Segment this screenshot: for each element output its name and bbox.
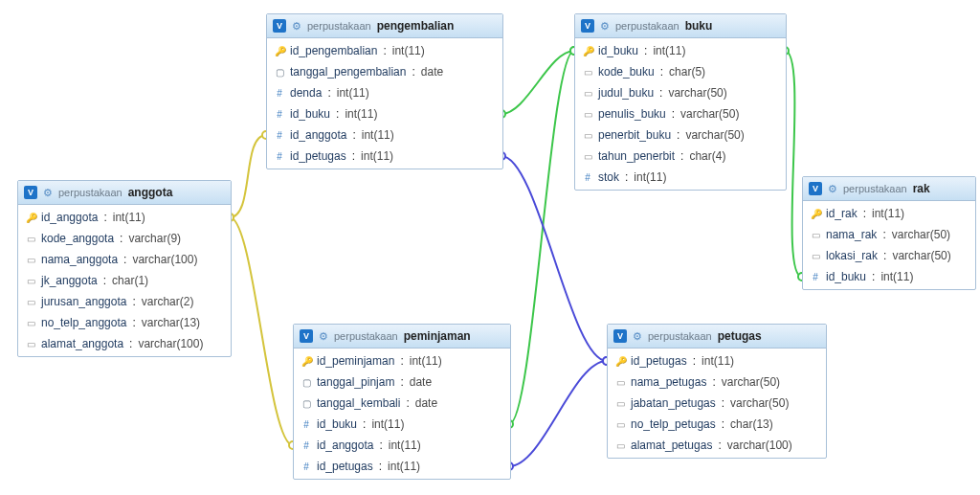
gear-icon[interactable]: ⚙ — [292, 21, 301, 32]
column-row[interactable]: ▢tanggal_pengembalian : date — [267, 61, 502, 82]
relation-line — [230, 217, 293, 445]
table-peminjaman[interactable]: V⚙perpustakaanpeminjaman🔑id_peminjaman :… — [293, 324, 511, 480]
text-icon: ▭ — [615, 377, 625, 388]
column-type: varchar(50) — [892, 228, 950, 241]
column-row[interactable]: ▭penerbit_buku : varchar(50) — [575, 124, 786, 146]
column-name: nama_rak — [826, 228, 877, 241]
column-row[interactable]: ▭jurusan_anggota : varchar(2) — [18, 291, 231, 312]
column-row[interactable]: #denda : int(11) — [267, 82, 502, 103]
column-row[interactable]: ▢tanggal_pinjam : date — [294, 371, 510, 393]
column-row[interactable]: 🔑id_petugas : int(11) — [608, 350, 826, 371]
column-row[interactable]: ▭kode_buku : char(5) — [575, 61, 786, 82]
column-name: id_buku — [290, 107, 330, 121]
column-row[interactable]: #id_anggota : int(11) — [267, 124, 502, 146]
text-icon: ▭ — [26, 255, 35, 265]
column-row[interactable]: ▭alamat_petugas : varchar(100) — [608, 435, 826, 456]
visibility-icon[interactable]: V — [809, 182, 822, 195]
column-type: int(11) — [337, 86, 369, 100]
table-header[interactable]: V⚙perpustakaananggota — [18, 181, 231, 205]
table-petugas[interactable]: V⚙perpustakaanpetugas🔑id_petugas : int(1… — [607, 324, 827, 459]
column-row[interactable]: #id_buku : int(11) — [267, 103, 502, 124]
table-header[interactable]: V⚙perpustakaanpeminjaman — [294, 325, 510, 349]
column-type: varchar(9) — [128, 232, 181, 245]
column-type: date — [410, 375, 432, 389]
column-row[interactable]: #id_petugas : int(11) — [294, 456, 510, 477]
column-row[interactable]: ▭no_telp_anggota : varchar(13) — [18, 312, 231, 333]
column-type: varchar(50) — [668, 86, 726, 100]
column-row[interactable]: ▭jk_anggota : char(1) — [18, 270, 231, 291]
column-row[interactable]: ▭penulis_buku : varchar(50) — [575, 103, 786, 124]
text-icon: ▭ — [26, 297, 35, 307]
date-icon: ▢ — [301, 377, 311, 388]
column-row[interactable]: 🔑id_pengembalian : int(11) — [267, 40, 502, 61]
column-row[interactable]: ▭nama_anggota : varchar(100) — [18, 249, 231, 270]
column-type: date — [415, 396, 437, 410]
key-icon: 🔑 — [615, 356, 625, 367]
column-row[interactable]: ▭alamat_anggota : varchar(100) — [18, 333, 231, 354]
column-name: id_buku — [826, 270, 866, 283]
column-row[interactable]: 🔑id_rak : int(11) — [803, 203, 975, 224]
column-row[interactable]: #id_buku : int(11) — [803, 266, 975, 287]
column-type: date — [421, 65, 443, 79]
column-row[interactable]: ▢tanggal_kembali : date — [294, 393, 510, 414]
column-type: int(11) — [388, 460, 420, 473]
visibility-icon[interactable]: V — [273, 19, 286, 33]
column-row[interactable]: ▭no_telp_petugas : char(13) — [608, 414, 826, 435]
column-row[interactable]: ▭jabatan_petugas : varchar(50) — [608, 393, 826, 414]
column-type: int(11) — [880, 270, 913, 283]
table-anggota[interactable]: V⚙perpustakaananggota🔑id_anggota : int(1… — [17, 180, 232, 357]
column-type: varchar(50) — [685, 128, 744, 142]
column-name: id_anggota — [290, 128, 346, 142]
gear-icon[interactable]: ⚙ — [43, 188, 53, 198]
column-row[interactable]: 🔑id_peminjaman : int(11) — [294, 350, 510, 371]
table-pengembalian[interactable]: V⚙perpustakaanpengembalian🔑id_pengembali… — [266, 13, 503, 169]
table-header[interactable]: V⚙perpustakaanbuku — [575, 14, 786, 38]
column-name: id_rak — [826, 207, 858, 220]
column-row[interactable]: 🔑id_buku : int(11) — [575, 40, 786, 61]
column-type: int(11) — [389, 439, 421, 452]
gear-icon[interactable]: ⚙ — [633, 331, 642, 342]
text-icon: ▭ — [615, 440, 625, 451]
column-row[interactable]: #id_petugas : int(11) — [267, 146, 502, 167]
column-row[interactable]: ▭nama_rak : varchar(50) — [803, 224, 975, 245]
table-name: buku — [685, 19, 713, 33]
gear-icon[interactable]: ⚙ — [600, 21, 610, 32]
table-name: petugas — [718, 329, 762, 343]
key-icon: 🔑 — [26, 213, 35, 223]
column-name: nama_petugas — [631, 375, 706, 389]
column-row[interactable]: #id_anggota : int(11) — [294, 435, 510, 456]
visibility-icon[interactable]: V — [613, 329, 627, 343]
text-icon: ▭ — [615, 398, 625, 409]
text-icon: ▭ — [26, 234, 35, 244]
table-rak[interactable]: V⚙perpustakaanrak🔑id_rak : int(11)▭nama_… — [802, 176, 976, 290]
column-name: id_petugas — [631, 354, 687, 368]
column-row[interactable]: ▭nama_petugas : varchar(50) — [608, 371, 826, 393]
visibility-icon[interactable]: V — [24, 186, 37, 199]
columns-list: 🔑id_petugas : int(11)▭nama_petugas : var… — [608, 349, 826, 458]
column-name: alamat_petugas — [631, 439, 712, 452]
table-header[interactable]: V⚙perpustakaanpengembalian — [267, 14, 502, 38]
gear-icon[interactable]: ⚙ — [319, 331, 328, 342]
column-type: varchar(50) — [892, 249, 950, 262]
column-type: varchar(50) — [722, 375, 780, 389]
table-header[interactable]: V⚙perpustakaanpetugas — [608, 325, 826, 349]
column-type: varchar(13) — [142, 316, 200, 329]
column-name: id_anggota — [41, 211, 98, 224]
schema-name: perpustakaan — [843, 183, 907, 194]
column-row[interactable]: ▭kode_anggota : varchar(9) — [18, 228, 231, 249]
column-row[interactable]: ▭tahun_penerbit : char(4) — [575, 146, 786, 167]
text-icon: ▭ — [615, 419, 625, 430]
table-header[interactable]: V⚙perpustakaanrak — [803, 177, 975, 201]
column-row[interactable]: ▭lokasi_rak : varchar(50) — [803, 245, 975, 266]
table-buku[interactable]: V⚙perpustakaanbuku🔑id_buku : int(11)▭kod… — [574, 13, 787, 191]
column-type: int(11) — [362, 128, 394, 142]
gear-icon[interactable]: ⚙ — [828, 184, 837, 194]
table-name: rak — [913, 182, 930, 195]
column-row[interactable]: 🔑id_anggota : int(11) — [18, 207, 231, 228]
visibility-icon[interactable]: V — [581, 19, 594, 33]
visibility-icon[interactable]: V — [300, 329, 313, 343]
column-row[interactable]: ▭judul_buku : varchar(50) — [575, 82, 786, 103]
column-row[interactable]: #id_buku : int(11) — [294, 414, 510, 435]
column-row[interactable]: #stok : int(11) — [575, 167, 786, 188]
table-name: anggota — [128, 186, 173, 199]
